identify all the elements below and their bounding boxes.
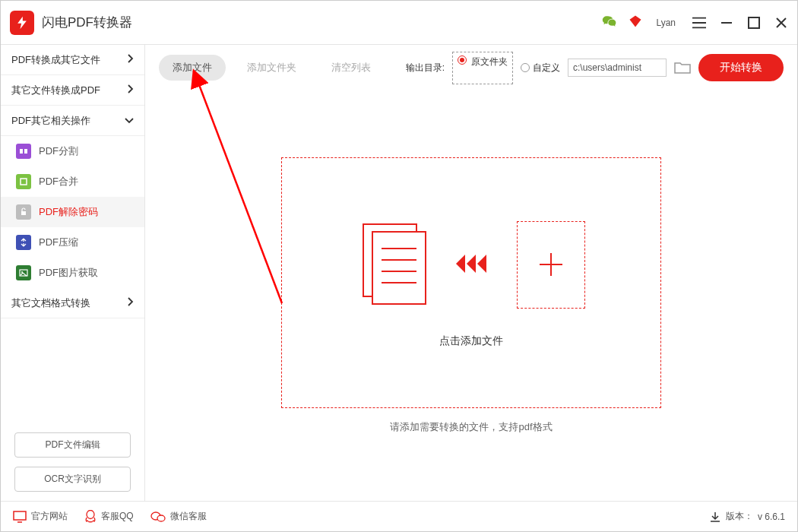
- radio-source-folder[interactable]: 原文件夹: [452, 52, 513, 84]
- version-value: v 6.6.1: [758, 511, 785, 522]
- browse-folder-button[interactable]: [674, 61, 691, 74]
- footer-qq[interactable]: 客服QQ: [84, 510, 134, 524]
- footer-version: 版本： v 6.6.1: [709, 510, 785, 523]
- radio-icon: [521, 63, 530, 72]
- wechat-icon[interactable]: [601, 14, 618, 31]
- sidebar-item-label: PDF图片获取: [39, 266, 98, 280]
- minimize-button[interactable]: [720, 16, 733, 30]
- drop-click-text: 点击添加文件: [439, 334, 503, 348]
- footer-label: 官方网站: [31, 510, 68, 523]
- drop-hint-text: 请添加需要转换的文件，支持pdf格式: [390, 420, 552, 434]
- sidebar-group-pdf-to-other[interactable]: PDF转换成其它文件: [1, 45, 144, 75]
- app-logo: [10, 11, 34, 35]
- sidebar-bottom: PDF文件编辑 OCR文字识别: [1, 423, 144, 501]
- sidebar-group-label: PDF其它相关操作: [11, 114, 90, 128]
- drop-area: 点击添加文件 请添加需要转换的文件，支持pdf格式: [145, 90, 797, 501]
- svg-rect-0: [749, 17, 759, 28]
- chevron-right-icon: [126, 84, 134, 96]
- body: PDF转换成其它文件 其它文件转换成PDF PDF其它相关操作 PDF分割 PD…: [1, 45, 797, 501]
- chevron-down-icon: [125, 115, 134, 126]
- pdf-edit-button[interactable]: PDF文件编辑: [14, 432, 131, 458]
- titlebar: 闪电PDF转换器 Lyan: [1, 1, 797, 45]
- sidebar-group-other-to-pdf[interactable]: 其它文件转换成PDF: [1, 75, 144, 106]
- diamond-icon[interactable]: [629, 14, 642, 30]
- output-label: 输出目录:: [406, 62, 445, 74]
- plus-icon: [536, 249, 566, 280]
- sidebar-item-label: PDF压缩: [39, 236, 78, 249]
- unlock-icon: [16, 204, 31, 220]
- maximize-button[interactable]: [747, 16, 761, 30]
- chevron-right-icon: [126, 54, 134, 65]
- sidebar-item-pdf-split[interactable]: PDF分割: [1, 136, 144, 166]
- user-name[interactable]: Lyan: [656, 17, 676, 28]
- menu-button[interactable]: [692, 16, 706, 30]
- clear-list-button[interactable]: 清空列表: [318, 55, 385, 81]
- add-folder-button[interactable]: 添加文件夹: [233, 55, 310, 81]
- svg-rect-14: [14, 511, 26, 520]
- download-icon: [709, 511, 721, 523]
- drop-zone[interactable]: 点击添加文件: [281, 157, 661, 408]
- add-placeholder: [517, 221, 585, 309]
- output-path-input[interactable]: [568, 59, 667, 77]
- sidebar-item-label: PDF解除密码: [39, 205, 98, 219]
- sidebar-item-pdf-merge[interactable]: PDF合并: [1, 166, 144, 197]
- sidebar: PDF转换成其它文件 其它文件转换成PDF PDF其它相关操作 PDF分割 PD…: [1, 45, 145, 501]
- ocr-button[interactable]: OCR文字识别: [14, 467, 131, 492]
- app-window: 闪电PDF转换器 Lyan: [0, 0, 798, 532]
- footer-label: 客服QQ: [101, 510, 134, 523]
- wechat-service-icon: [150, 511, 166, 523]
- sidebar-item-label: PDF分割: [39, 144, 78, 158]
- split-icon: [16, 144, 31, 159]
- monitor-icon: [13, 511, 27, 523]
- svg-rect-2: [24, 149, 27, 154]
- toolbar: 添加文件 添加文件夹 清空列表 输出目录: 原文件夹 自定义: [145, 45, 797, 90]
- window-controls: [692, 16, 788, 30]
- start-convert-button[interactable]: 开始转换: [698, 54, 784, 81]
- main-area: 添加文件 添加文件夹 清空列表 输出目录: 原文件夹 自定义: [145, 45, 797, 501]
- footer: 官方网站 客服QQ 微信客服 版本： v 6.6.1: [1, 501, 797, 531]
- version-label: 版本：: [726, 510, 753, 523]
- svg-point-18: [157, 515, 165, 521]
- radio-label: 自定义: [533, 62, 560, 74]
- svg-rect-1: [20, 149, 23, 154]
- app-title: 闪电PDF转换器: [42, 14, 132, 31]
- radio-custom-folder[interactable]: 自定义: [521, 62, 560, 74]
- svg-rect-3: [21, 179, 27, 185]
- output-group: 输出目录: 原文件夹 自定义 开始转换: [406, 52, 784, 84]
- drop-icons: [357, 218, 585, 312]
- lightning-icon: [14, 15, 30, 30]
- sidebar-item-pdf-unlock[interactable]: PDF解除密码: [1, 197, 144, 227]
- sidebar-group-label: 其它文档格式转换: [11, 296, 90, 310]
- sidebar-item-pdf-compress[interactable]: PDF压缩: [1, 227, 144, 258]
- svg-rect-4: [21, 211, 26, 215]
- radio-icon: [458, 55, 467, 65]
- sidebar-group-label: 其它文件转换成PDF: [11, 84, 100, 97]
- titlebar-right: Lyan: [601, 14, 788, 31]
- compress-icon: [16, 235, 31, 250]
- footer-wechat[interactable]: 微信客服: [150, 510, 207, 523]
- sidebar-item-label: PDF合并: [39, 175, 78, 188]
- radio-label: 原文件夹: [471, 55, 508, 68]
- svg-point-16: [87, 510, 94, 518]
- chevron-right-icon: [126, 297, 134, 309]
- qq-icon: [84, 510, 97, 524]
- arrows-icon: [456, 252, 494, 277]
- merge-icon: [16, 174, 31, 189]
- sidebar-group-pdf-ops[interactable]: PDF其它相关操作: [1, 106, 144, 136]
- image-icon: [16, 265, 31, 280]
- footer-website[interactable]: 官方网站: [13, 510, 68, 523]
- add-file-button[interactable]: 添加文件: [159, 55, 226, 81]
- footer-label: 微信客服: [170, 510, 207, 523]
- svg-rect-8: [372, 232, 426, 304]
- sidebar-group-other-docs[interactable]: 其它文档格式转换: [1, 288, 144, 318]
- close-button[interactable]: [774, 16, 788, 30]
- sidebar-item-pdf-image-extract[interactable]: PDF图片获取: [1, 258, 144, 288]
- documents-icon: [357, 218, 433, 312]
- sidebar-group-label: PDF转换成其它文件: [11, 53, 100, 67]
